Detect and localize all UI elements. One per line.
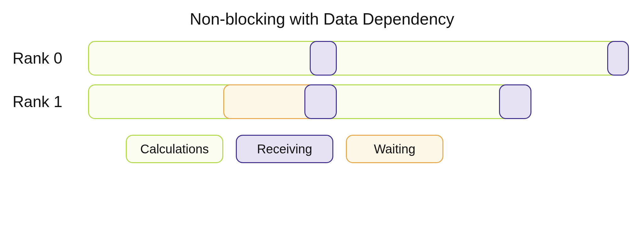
segment-wait bbox=[223, 84, 315, 119]
row-label: Rank 1 bbox=[13, 93, 88, 111]
chart-title: Non-blocking with Data Dependency bbox=[13, 9, 631, 28]
row-track bbox=[88, 84, 629, 119]
segment-recv bbox=[607, 41, 629, 76]
row-label: Rank 0 bbox=[13, 49, 88, 67]
timeline-rows: Rank 0 Rank 1 bbox=[13, 41, 629, 119]
legend-calculations: Calculations bbox=[126, 135, 223, 163]
segment-recv bbox=[304, 84, 337, 119]
legend-receiving: Receiving bbox=[236, 135, 333, 163]
legend: Calculations Receiving Waiting bbox=[126, 135, 631, 163]
row-track bbox=[88, 41, 629, 76]
timeline-row: Rank 1 bbox=[13, 84, 629, 119]
segment-recv bbox=[499, 84, 531, 119]
segment-calc bbox=[88, 41, 629, 76]
segment-recv bbox=[310, 41, 337, 76]
legend-waiting: Waiting bbox=[346, 135, 443, 163]
timeline-row: Rank 0 bbox=[13, 41, 629, 76]
